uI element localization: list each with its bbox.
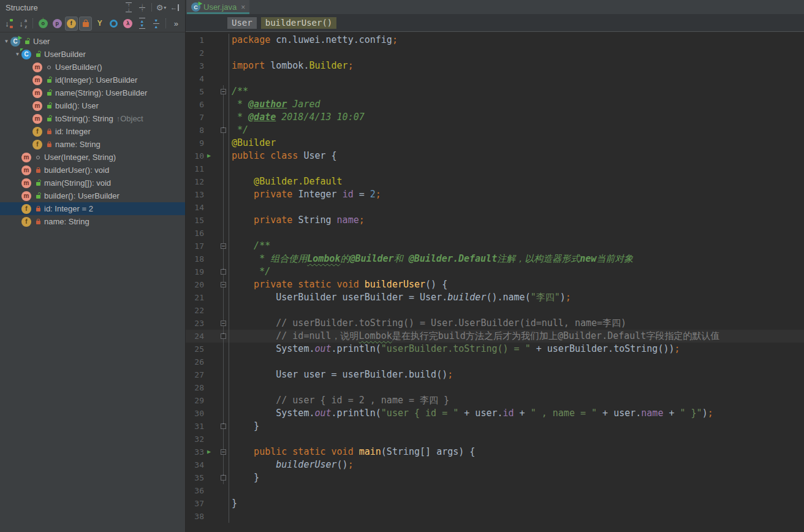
show-lambdas-icon[interactable]: λ — [121, 17, 134, 31]
tree-item[interactable]: mUser(Integer, String) — [0, 151, 185, 164]
tree-item[interactable]: mid(Integer): UserBuilder — [0, 74, 185, 86]
editor-tab-bar: C▶ User.java × — [186, 0, 804, 14]
tree-item[interactable]: fname: String — [0, 138, 185, 151]
tab-close-icon[interactable]: × — [241, 3, 245, 12]
fold-start-icon[interactable]: − — [221, 282, 226, 287]
tree-item[interactable]: mbuild(): User — [0, 99, 185, 112]
breadcrumb-item[interactable]: builderUser() — [261, 17, 337, 29]
fold-guide-line — [223, 343, 224, 355]
code-line[interactable]: 31ˆ } — [186, 420, 804, 433]
tree-item[interactable]: fname: String — [0, 215, 185, 228]
show-inherited-icon[interactable]: o↑ — [37, 17, 50, 31]
line-number: 18 — [186, 253, 204, 265]
gutter-marks — [204, 484, 229, 497]
tree-item[interactable]: mbuilder(): UserBuilder — [0, 189, 185, 202]
code-line[interactable]: 29 // user { id = 2 , name = 李四 } — [186, 394, 804, 407]
expand-all-icon[interactable]: ↑↓ — [122, 2, 135, 13]
fold-start-icon[interactable]: − — [221, 449, 226, 455]
tree-item[interactable]: fid: Integer = 2 — [0, 202, 185, 215]
code-line[interactable]: 38 — [186, 510, 804, 523]
code-token: ; — [708, 408, 713, 419]
code-line[interactable]: 21 UserBuilder userBuilder = User.builde… — [186, 291, 804, 304]
code-text: } — [229, 497, 237, 510]
public-lock-icon — [47, 92, 51, 96]
code-line[interactable]: 5−/** — [186, 85, 804, 98]
show-anonymous-classes-icon[interactable] — [107, 17, 120, 31]
code-line[interactable]: 16 — [186, 227, 804, 240]
code-line[interactable]: 24ˆ // id=null，说明Lombok是在执行完build方法之后才为我… — [186, 330, 804, 343]
code-line[interactable]: 27 User user = userBuilder.build(); — [186, 368, 804, 381]
tab-user-java[interactable]: C▶ User.java × — [187, 0, 249, 14]
sort-by-visibility-icon[interactable]: ↓ — [2, 17, 15, 31]
code-line[interactable]: 4 — [186, 72, 804, 85]
expand-arrow-icon[interactable]: ▼ — [13, 51, 21, 57]
visibility-icon — [34, 219, 42, 224]
code-line[interactable]: 6 * @author Jared — [186, 98, 804, 111]
code-line[interactable]: 32 — [186, 433, 804, 446]
code-line[interactable]: 13 private Integer id = 2; — [186, 188, 804, 201]
code-line[interactable]: 28 — [186, 381, 804, 394]
code-line[interactable]: 22 — [186, 304, 804, 317]
fold-end-icon[interactable]: ˆ — [221, 269, 226, 275]
fold-start-icon[interactable]: − — [221, 89, 226, 94]
more-options-icon[interactable]: » — [170, 17, 183, 31]
sort-alphabetically-icon[interactable]: ↓az — [17, 17, 29, 31]
code-line[interactable]: 17− /** — [186, 240, 804, 253]
code-line[interactable]: 15 private String name; — [186, 214, 804, 227]
code-line[interactable]: 36 — [186, 484, 804, 497]
code-line[interactable]: 25 System.out.println("userBuilder.toStr… — [186, 343, 804, 355]
code-line[interactable]: 19ˆ */ — [186, 265, 804, 278]
settings-gear-icon[interactable]: ⚙▾ — [154, 2, 168, 13]
code-editor[interactable]: 1package cn.luwei.netty.config;23import … — [186, 32, 804, 532]
code-token: builder — [447, 292, 486, 303]
tree-item[interactable]: mname(String): UserBuilder — [0, 86, 185, 99]
breadcrumb-item[interactable]: User — [227, 17, 257, 29]
code-line[interactable]: 30 System.out.println("user { id = " + u… — [186, 407, 804, 420]
code-line[interactable]: 12 @Builder.Default — [186, 175, 804, 188]
hide-panel-icon[interactable]: ← — [168, 2, 181, 13]
code-line[interactable]: 23− // userBuilder.toString() = User.Use… — [186, 317, 804, 330]
expand-arrow-icon[interactable]: ▼ — [2, 39, 10, 44]
code-line[interactable]: 7 * @date 2018/4/13 10:07 — [186, 111, 804, 124]
gutter-marks — [204, 407, 229, 420]
visibility-icon — [45, 77, 53, 83]
expand-all-nodes-icon[interactable]: ▲▼ — [135, 17, 148, 31]
fold-start-icon[interactable]: − — [221, 321, 226, 326]
fold-end-icon[interactable]: ˆ — [221, 333, 226, 339]
code-line[interactable]: 10▶public class User { — [186, 150, 804, 162]
code-line[interactable]: 35ˆ } — [186, 471, 804, 484]
code-line[interactable]: 8ˆ */ — [186, 124, 804, 137]
show-properties-icon[interactable]: p — [51, 17, 64, 31]
fold-end-icon[interactable]: ˆ — [221, 127, 226, 133]
tree-item[interactable]: fid: Integer — [0, 125, 185, 138]
code-line[interactable]: 18 * 组合使用Lombok的@Builder和 @Builder.Defau… — [186, 253, 804, 265]
tree-item[interactable]: mbuilderUser(): void — [0, 164, 185, 177]
code-line[interactable]: 14 — [186, 201, 804, 214]
code-line[interactable]: 9@Builder — [186, 137, 804, 150]
code-line[interactable]: 26 — [186, 355, 804, 368]
code-line[interactable]: 20− private static void builderUser() { — [186, 278, 804, 291]
show-fields-icon[interactable]: f — [65, 17, 78, 31]
code-line[interactable]: 2 — [186, 47, 804, 59]
code-line[interactable]: 3import lombok.Builder; — [186, 59, 804, 72]
tree-item[interactable]: mmain(String[]): void — [0, 177, 185, 189]
code-line[interactable]: 11 — [186, 162, 804, 175]
code-line[interactable]: 37} — [186, 497, 804, 510]
gutter-marks — [204, 188, 229, 201]
tree-item[interactable]: mtoString(): String↑Object — [0, 112, 185, 125]
code-line[interactable]: 33▶− public static void main(String[] ar… — [186, 446, 804, 458]
run-button-icon[interactable]: ▶ — [207, 152, 211, 159]
fold-start-icon[interactable]: − — [221, 243, 226, 249]
tree-item[interactable]: mUserBuilder() — [0, 61, 185, 74]
code-line[interactable]: 34 builderUser(); — [186, 458, 804, 471]
fold-end-icon[interactable]: ˆ — [221, 424, 226, 429]
show-non-public-icon[interactable] — [79, 17, 92, 31]
fold-end-icon[interactable]: ˆ — [221, 475, 226, 481]
run-button-icon[interactable]: ▶ — [207, 448, 211, 455]
group-methods-icon[interactable]: Y — [93, 17, 106, 31]
collapse-all-nodes-icon[interactable]: ▼▲ — [150, 17, 162, 31]
collapse-all-icon[interactable]: ↓↑ — [135, 2, 149, 13]
tree-item[interactable]: ▼CUserBuilder — [0, 48, 185, 61]
code-line[interactable]: 1package cn.luwei.netty.config; — [186, 34, 804, 47]
tree-item[interactable]: ▼C▶User — [0, 35, 185, 48]
